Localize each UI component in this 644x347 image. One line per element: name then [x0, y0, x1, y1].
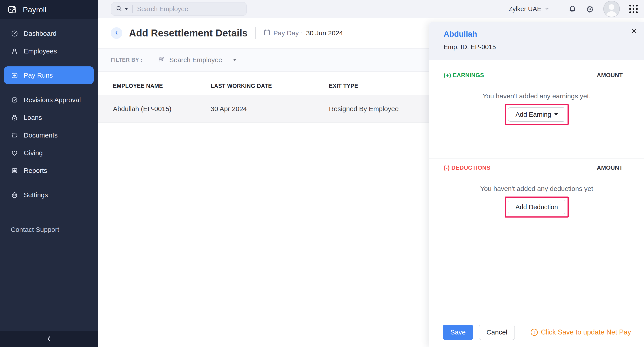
sidebar-item-giving[interactable]: Giving — [0, 144, 98, 162]
sidebar-item-label: Revisions Approval — [24, 96, 81, 104]
topbar: Zylker UAE — [98, 0, 644, 18]
sidebar-item-settings[interactable]: Settings — [0, 186, 98, 204]
cell-exit-type: Resigned By Employee — [329, 105, 429, 113]
sidebar: Payroll Dashboard Employees Pay Runs — [0, 0, 98, 347]
loans-icon — [11, 114, 18, 121]
notifications-bell-icon[interactable] — [568, 5, 576, 13]
sidebar-item-label: Loans — [24, 114, 42, 122]
deductions-header-label: (-) DEDUCTIONS — [444, 164, 490, 171]
column-last-working-date: LAST WORKING DATE — [211, 83, 329, 89]
add-deduction-label: Add Deduction — [516, 204, 558, 211]
chevron-down-icon — [544, 5, 550, 13]
deductions-empty-text: You haven't added any deductions yet — [429, 185, 644, 192]
main-area: Zylker UAE — [98, 0, 644, 347]
sidebar-item-dashboard[interactable]: Dashboard — [0, 24, 98, 42]
chevron-left-icon — [114, 30, 120, 36]
resettlement-table: EMPLOYEE NAME LAST WORKING DATE EXIT TYP… — [98, 77, 429, 122]
table-row[interactable]: Abdullah (EP-0015) 30 Apr 2024 Resigned … — [98, 95, 429, 122]
topbar-right-cluster: Zylker UAE — [508, 1, 638, 17]
dashboard-icon — [11, 30, 18, 37]
employee-filter-dropdown[interactable]: Search Employee — [158, 56, 236, 64]
app-title: Payroll — [23, 5, 46, 14]
cancel-button[interactable]: Cancel — [479, 325, 514, 340]
sidebar-item-label: Reports — [24, 167, 47, 174]
deductions-section-header: (-) DEDUCTIONS AMOUNT — [429, 158, 644, 177]
sidebar-item-reports[interactable]: Reports — [0, 162, 98, 179]
add-earning-button[interactable]: Add Earning — [508, 107, 565, 122]
sidebar-item-label: Dashboard — [24, 30, 56, 37]
search-input[interactable] — [137, 5, 242, 13]
add-deduction-highlight: Add Deduction — [505, 196, 569, 218]
deductions-amount-label: AMOUNT — [597, 164, 623, 171]
back-button[interactable] — [111, 27, 122, 39]
user-avatar[interactable] — [603, 1, 620, 17]
page-title: Add Resettlement Details — [129, 28, 248, 39]
sidebar-item-documents[interactable]: Documents — [0, 126, 98, 144]
pay-day: Pay Day : 30 Jun 2024 — [263, 28, 343, 38]
calendar-icon — [263, 28, 271, 38]
title-divider — [255, 27, 256, 39]
save-warning: ! Click Save to update Net Pay — [531, 328, 631, 336]
earnings-section-header: (+) EARNINGS AMOUNT — [429, 66, 644, 84]
employee-id: Emp. ID: EP-0015 — [444, 44, 630, 51]
sidebar-divider — [6, 215, 92, 215]
employees-icon — [11, 48, 18, 55]
app-grid-icon[interactable] — [629, 5, 638, 13]
panel-header: Abdullah Emp. ID: EP-0015 — [429, 22, 644, 60]
column-employee-name: EMPLOYEE NAME — [113, 83, 211, 89]
settings-gear-icon — [11, 192, 18, 198]
org-switcher[interactable]: Zylker UAE — [508, 5, 550, 13]
app-root: Payroll Dashboard Employees Pay Runs — [0, 0, 644, 347]
chevron-left-icon — [45, 335, 53, 344]
reports-icon — [11, 167, 18, 174]
sidebar-item-label: Giving — [24, 149, 43, 157]
global-search[interactable] — [111, 2, 247, 16]
earnings-amount-label: AMOUNT — [597, 72, 623, 79]
sidebar-item-pay-runs[interactable]: Pay Runs — [4, 66, 94, 84]
sidebar-collapse-button[interactable] — [0, 331, 98, 347]
save-warning-text: Click Save to update Net Pay — [541, 328, 631, 336]
warning-exclamation-icon: ! — [531, 329, 538, 336]
sidebar-nav: Dashboard Employees Pay Runs Revisions A… — [0, 19, 98, 204]
contact-support-link[interactable]: Contact Support — [0, 221, 98, 238]
search-icon — [116, 5, 122, 12]
sidebar-item-label: Documents — [24, 132, 58, 139]
panel-footer: Save Cancel ! Click Save to update Net P… — [429, 317, 644, 347]
sidebar-item-label: Pay Runs — [24, 72, 53, 79]
resettlement-detail-panel: Abdullah Emp. ID: EP-0015 (+) EARNINGS A… — [429, 22, 644, 347]
topbar-divider — [559, 4, 559, 14]
org-name: Zylker UAE — [508, 5, 541, 13]
dropdown-caret-icon — [554, 113, 558, 116]
people-icon — [158, 56, 165, 64]
sidebar-item-employees[interactable]: Employees — [0, 42, 98, 60]
documents-icon — [11, 132, 18, 139]
add-earning-label: Add Earning — [516, 111, 551, 118]
pay-day-value: 30 Jun 2024 — [306, 29, 343, 37]
employee-filter-placeholder: Search Employee — [169, 56, 222, 64]
sidebar-header: Payroll — [0, 0, 98, 19]
dropdown-caret-icon — [233, 59, 236, 61]
revisions-approval-icon — [11, 96, 18, 104]
earnings-empty-text: You haven't added any earnings yet. — [429, 92, 644, 100]
sidebar-item-label: Settings — [24, 191, 48, 199]
cell-employee-name: Abdullah (EP-0015) — [113, 105, 211, 113]
payroll-logo-icon — [8, 4, 18, 15]
table-header-row: EMPLOYEE NAME LAST WORKING DATE EXIT TYP… — [98, 77, 429, 95]
sidebar-item-label: Employees — [24, 48, 57, 55]
earnings-header-label: (+) EARNINGS — [444, 72, 484, 79]
close-icon[interactable] — [630, 28, 637, 35]
add-earning-highlight: Add Earning — [505, 104, 569, 125]
column-exit-type: EXIT TYPE — [329, 83, 429, 89]
search-scope-caret-icon[interactable] — [125, 8, 128, 10]
settings-gear-icon[interactable] — [586, 5, 594, 13]
pay-runs-icon — [11, 72, 18, 79]
giving-heart-icon — [11, 149, 18, 156]
employee-name-link[interactable]: Abdullah — [444, 30, 477, 38]
sidebar-item-loans[interactable]: Loans — [0, 109, 98, 126]
pay-day-label: Pay Day : — [274, 29, 302, 37]
save-button[interactable]: Save — [443, 325, 473, 340]
add-deduction-button[interactable]: Add Deduction — [508, 200, 565, 214]
panel-body: (+) EARNINGS AMOUNT You haven't added an… — [429, 60, 644, 317]
sidebar-item-revisions-approval[interactable]: Revisions Approval — [0, 91, 98, 109]
cell-last-working-date: 30 Apr 2024 — [211, 105, 329, 113]
